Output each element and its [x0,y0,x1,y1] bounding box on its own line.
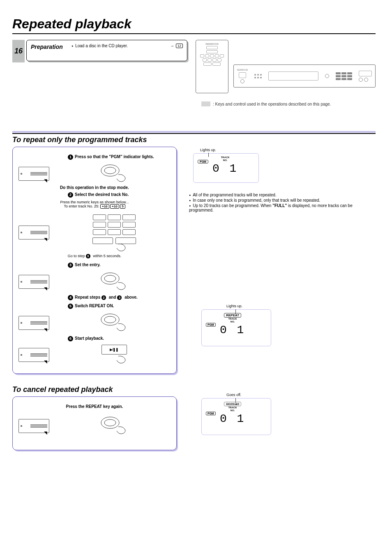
hand-press-illustration [58,271,171,292]
pgm-indicator: PGM [198,160,208,164]
steps-box-b: Press the REPEAT key again. ◥ [12,396,177,450]
remote-mini-illustration: ◥ [18,348,49,362]
svg-point-4 [101,314,119,325]
step-2-icon: 2 [68,192,73,198]
info-line-3: Up to 20 tracks can be programmed. When … [189,203,376,212]
display-caption-2: Lights up. [226,304,242,308]
svg-point-7 [104,419,116,426]
svg-point-5 [104,316,116,323]
step-4-title-a: Repeat steps [75,295,101,299]
display-caption-3: Goes off. [226,393,241,397]
step-2-line1: Press the numeric keys as shown below... [60,200,129,204]
track-no-value: 0 1 [220,325,245,336]
display-repeat-lights: Lights up. PGM REPEAT TRACK NO. 0 1 [201,309,271,346]
display-caption-1: Lights up. [200,148,216,152]
step-1-icon: 1 [68,154,73,160]
repeat-indicator-off: REPEAT [224,402,241,406]
legend-text: : Keys and control used in the operation… [213,102,331,106]
ref-step-2-icon: 2 [101,295,106,300]
svg-point-0 [101,165,119,176]
svg-point-1 [104,167,116,174]
remote-mini-illustration: ◥ [18,226,49,240]
track-no-value: 0 1 [212,163,238,175]
remote-mini-illustration: ◥ [18,419,49,433]
step-2-title: Select the desired track No. [75,192,129,197]
svg-point-2 [101,273,119,284]
knob-icon [240,79,244,83]
step-6-icon: 6 [68,336,73,341]
key-plus10-a: +10 [100,204,109,209]
track-no-label: TRACK NO. [220,406,245,412]
divider [12,133,376,134]
preparation-label: Preparation [31,44,70,50]
pointer-icon: ◥ [44,178,47,183]
ref-step-3-icon: 3 [86,254,90,258]
hand-press-illustration [58,312,171,334]
track-no-value: 0 1 [220,413,245,425]
preparation-box: Preparation Load a disc in the CD player… [26,40,187,61]
step-4-title-c: above. [123,295,137,299]
stereo-unit-illustration: KENWOOD [233,64,376,88]
key-plus10-b: +10 [110,204,119,209]
info-line-1: All of the programmed tracks will be rep… [189,193,376,197]
section-heading-a: To repeat only the programmed tracks [12,136,376,144]
preparation-text: Load a disc in the CD player. [71,44,128,48]
dots-icon [254,74,262,78]
step-2-note-b: within 5 seconds. [92,254,122,258]
pgm-indicator: PGM [206,412,216,415]
pgm-indicator: PGM [206,323,216,327]
ref-step-3b-icon: 3 [117,295,122,300]
step-5-title: Switch REPEAT ON. [75,304,114,308]
step-3-title: Set the entry. [75,263,101,267]
step-5-icon: 5 [68,304,73,309]
step-3-icon: 3 [68,263,73,268]
step-4-title-b: and [108,295,117,299]
remote-mini-illustration: ◥ [18,275,49,289]
svg-point-6 [101,417,119,428]
hand-press-illustration [58,163,171,184]
step-6-title: Start playback. [75,336,104,341]
track-no-label: TRACK NO. [212,156,238,161]
page-number-badge: 16 [12,40,25,62]
step-2-line2: To enter track No. 25: [64,204,99,208]
step-1-note: Do this operation in the stop mode. [18,185,171,190]
page-title: Repeated playback [12,16,376,32]
step-4-icon: 4 [68,295,73,300]
legend-swatch [201,101,210,106]
key-5: 5 [120,204,125,209]
preparation-page-ref: → 12 [170,44,183,48]
numeric-keypad-illustration [58,212,171,253]
play-pause-button-illustration [58,345,171,365]
remote-illustration: KENWOOD [196,40,228,93]
section-heading-b: To cancel repeated playback [12,385,376,394]
title-underline [12,33,376,34]
hand-press-illustration [58,415,171,437]
step-1-title: Press so that the "PGM" indicator lights… [75,154,154,159]
accent-bar [12,131,376,133]
steps-box-a: 1Press so that the "PGM" indicator light… [12,147,177,374]
svg-point-3 [104,275,116,282]
cancel-step-title: Press the REPEAT key again. [18,404,171,409]
remote-mini-illustration: ◥ [18,316,49,330]
remote-mini-illustration: ◥ [18,167,49,181]
page-ref-box: 12 [176,44,183,48]
display-pgm-lights: Lights up. PGM TRACK NO. 0 1 [193,153,259,183]
info-notes: All of the programmed tracks will be rep… [189,193,376,212]
track-no-label: TRACK NO. [220,318,245,323]
play-pause-icon [101,345,127,355]
display-repeat-off: Goes off. PGM REPEAT TRACK NO. 0 1 [201,398,271,435]
step-2-note-a: Go to step [68,254,86,258]
arrow-icon: → [170,44,174,48]
info-line-2: In case only one track is programmed, on… [189,198,376,203]
button-grid-icon [336,72,352,80]
repeat-indicator: REPEAT [224,313,241,318]
